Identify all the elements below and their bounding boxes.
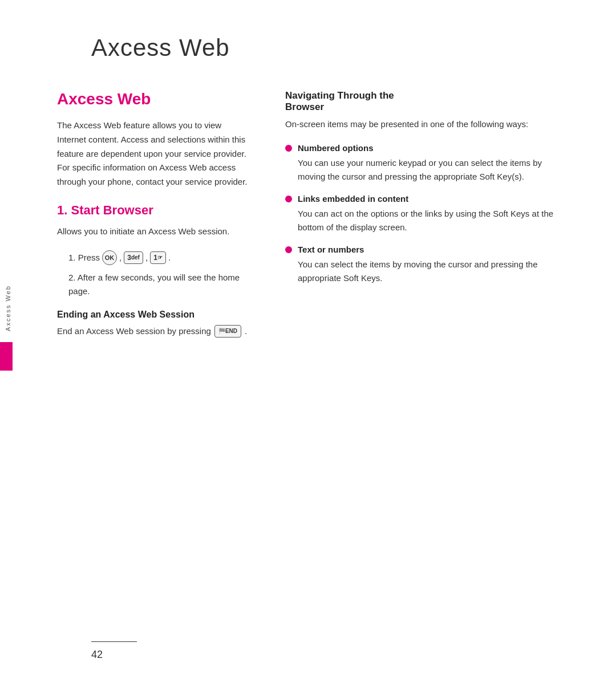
end-key: 🏁END	[214, 325, 241, 338]
content-area: Axcess Web The Axcess Web feature allows…	[57, 90, 570, 344]
bullet-item-2: Links embedded in content You can act on…	[285, 194, 570, 234]
bullet-label-3: Text or numbers	[298, 245, 570, 254]
ending-heading: Ending an Axcess Web Session	[57, 310, 251, 320]
bullet-dot-2	[285, 196, 292, 202]
right-column: Navigating Through the Browser On-screen…	[285, 90, 570, 344]
ok-key: OK	[102, 250, 117, 265]
step2-text: 2. After a few seconds, you will see the…	[68, 271, 251, 298]
bullet-text-3: You can select the items by moving the c…	[298, 258, 570, 285]
start-browser-heading: 1. Start Browser	[57, 203, 251, 218]
comma1: ,	[119, 253, 121, 262]
3def-key: 3def	[124, 251, 143, 264]
start-browser-description: Allows you to initiate an Axcess Web ses…	[57, 225, 251, 239]
comma2: ,	[145, 253, 148, 262]
bullet-list: Numbered options You can use your numeri…	[285, 143, 570, 285]
sidebar-bar	[0, 342, 13, 371]
bullet-item-3: Text or numbers You can select the items…	[285, 245, 570, 285]
nav-intro: On-screen items may be presented in one …	[285, 117, 570, 132]
ending-text: End an Axcess Web session by pressing	[57, 324, 211, 339]
footer: 42	[91, 641, 570, 661]
main-section-heading: Axcess Web	[57, 90, 251, 108]
bullet-item-1: Numbered options You can use your numeri…	[285, 143, 570, 184]
period: .	[168, 253, 171, 262]
bullet-dot-3	[285, 246, 292, 253]
nav-heading-line2: Browser	[285, 101, 324, 112]
nav-heading: Navigating Through the Browser	[285, 90, 570, 113]
sidebar-tab: Axcess Web	[0, 274, 16, 342]
ending-period: .	[245, 326, 247, 336]
footer-line	[91, 641, 137, 643]
bullet-dot-1	[285, 145, 292, 152]
bullet-text-1: You can use your numeric keypad or you c…	[298, 156, 570, 184]
left-column: Axcess Web The Axcess Web feature allows…	[57, 90, 251, 344]
1key: 1☞	[150, 251, 166, 264]
step1-prefix: 1. Press	[68, 253, 100, 262]
sidebar-label: Axcess Web	[5, 285, 11, 331]
bullet-text-2: You can act on the options or the links …	[298, 207, 570, 234]
page-number: 42	[91, 649, 103, 660]
bullet-content-2: Links embedded in content You can act on…	[298, 194, 570, 234]
ending-line: End an Axcess Web session by pressing 🏁E…	[57, 324, 251, 339]
main-description: The Axcess Web feature allows you to vie…	[57, 119, 251, 189]
bullet-label-2: Links embedded in content	[298, 194, 570, 204]
nav-heading-line1: Navigating Through the	[285, 90, 394, 101]
step1-press-line: 1. Press OK , 3def , 1☞ .	[68, 250, 251, 265]
bullet-label-1: Numbered options	[298, 143, 570, 153]
bullet-content-1: Numbered options You can use your numeri…	[298, 143, 570, 184]
bullet-content-3: Text or numbers You can select the items…	[298, 245, 570, 285]
page-title: Axcess Web	[91, 34, 616, 62]
page-container: Axcess Web Axcess Web Axcess Web The Axc…	[0, 0, 616, 695]
